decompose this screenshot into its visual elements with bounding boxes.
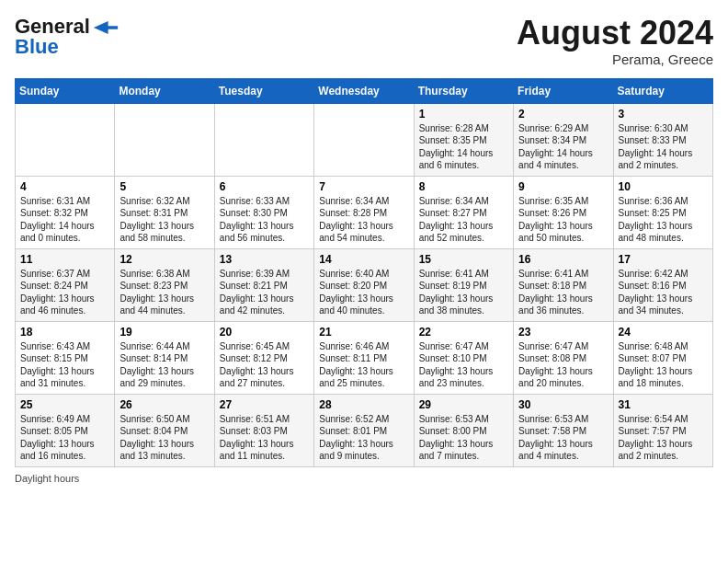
day-number: 3 xyxy=(619,108,708,121)
cell-text: Sunrise: 6:50 AM Sunset: 8:04 PM Dayligh… xyxy=(119,413,209,463)
day-number: 30 xyxy=(518,398,608,411)
cell-text: Sunrise: 6:46 AM Sunset: 8:11 PM Dayligh… xyxy=(319,340,408,390)
cell-text: Sunrise: 6:34 AM Sunset: 8:27 PM Dayligh… xyxy=(419,195,508,245)
calendar-cell: 17Sunrise: 6:42 AM Sunset: 8:16 PM Dayli… xyxy=(613,248,712,321)
day-number: 16 xyxy=(518,253,608,266)
day-number: 25 xyxy=(20,398,109,411)
day-number: 22 xyxy=(419,326,508,339)
calendar-cell: 6Sunrise: 6:33 AM Sunset: 8:30 PM Daylig… xyxy=(214,176,313,248)
cell-text: Sunrise: 6:42 AM Sunset: 8:16 PM Dayligh… xyxy=(619,268,708,317)
cell-text: Sunrise: 6:44 AM Sunset: 8:14 PM Dayligh… xyxy=(119,340,209,390)
day-number: 26 xyxy=(119,398,209,411)
location-subtitle: Perama, Greece xyxy=(517,52,713,67)
day-number: 11 xyxy=(20,253,109,266)
svg-marker-0 xyxy=(94,21,118,34)
cell-text: Sunrise: 6:53 AM Sunset: 7:58 PM Dayligh… xyxy=(518,413,608,463)
calendar-cell: 11Sunrise: 6:37 AM Sunset: 8:24 PM Dayli… xyxy=(16,248,115,321)
day-number: 27 xyxy=(220,398,309,411)
calendar-cell: 23Sunrise: 6:47 AM Sunset: 8:08 PM Dayli… xyxy=(514,321,613,394)
day-number: 18 xyxy=(20,326,109,339)
footer-note: Daylight hours xyxy=(15,473,713,484)
cell-text: Sunrise: 6:40 AM Sunset: 8:20 PM Dayligh… xyxy=(319,268,408,317)
calendar-cell xyxy=(115,103,214,176)
day-number: 31 xyxy=(619,398,708,411)
calendar-cell: 5Sunrise: 6:32 AM Sunset: 8:31 PM Daylig… xyxy=(115,176,214,248)
cell-text: Sunrise: 6:54 AM Sunset: 7:57 PM Dayligh… xyxy=(619,413,708,463)
cell-text: Sunrise: 6:47 AM Sunset: 8:08 PM Dayligh… xyxy=(518,340,608,390)
calendar-cell: 15Sunrise: 6:41 AM Sunset: 8:19 PM Dayli… xyxy=(414,248,513,321)
day-number: 2 xyxy=(518,108,608,121)
dow-header-thursday: Thursday xyxy=(414,78,513,103)
calendar-cell: 16Sunrise: 6:41 AM Sunset: 8:18 PM Dayli… xyxy=(514,248,613,321)
calendar-cell xyxy=(214,103,313,176)
calendar-week-row: 18Sunrise: 6:43 AM Sunset: 8:15 PM Dayli… xyxy=(16,321,713,394)
calendar-cell: 1Sunrise: 6:28 AM Sunset: 8:35 PM Daylig… xyxy=(414,103,513,176)
calendar-cell: 22Sunrise: 6:47 AM Sunset: 8:10 PM Dayli… xyxy=(414,321,513,394)
calendar-cell: 4Sunrise: 6:31 AM Sunset: 8:32 PM Daylig… xyxy=(16,176,115,248)
day-number: 10 xyxy=(619,180,708,193)
cell-text: Sunrise: 6:51 AM Sunset: 8:03 PM Dayligh… xyxy=(220,413,309,463)
calendar-cell: 10Sunrise: 6:36 AM Sunset: 8:25 PM Dayli… xyxy=(613,176,712,248)
day-number: 21 xyxy=(319,326,408,339)
calendar-cell: 18Sunrise: 6:43 AM Sunset: 8:15 PM Dayli… xyxy=(16,321,115,394)
day-number: 19 xyxy=(119,326,209,339)
calendar-cell: 12Sunrise: 6:38 AM Sunset: 8:23 PM Dayli… xyxy=(115,248,214,321)
cell-text: Sunrise: 6:43 AM Sunset: 8:15 PM Dayligh… xyxy=(20,340,109,390)
cell-text: Sunrise: 6:33 AM Sunset: 8:30 PM Dayligh… xyxy=(220,195,309,245)
day-number: 29 xyxy=(419,398,508,411)
day-number: 28 xyxy=(319,398,408,411)
calendar-cell: 13Sunrise: 6:39 AM Sunset: 8:21 PM Dayli… xyxy=(214,248,313,321)
day-number: 14 xyxy=(319,253,408,266)
logo: General Blue xyxy=(15,15,119,59)
calendar-cell xyxy=(16,103,115,176)
page-header: General Blue August 2024 Perama, Greece xyxy=(15,15,713,67)
day-number: 8 xyxy=(419,180,508,193)
daylight-hours-label: Daylight hours xyxy=(15,473,79,484)
dow-header-friday: Friday xyxy=(514,78,613,103)
cell-text: Sunrise: 6:52 AM Sunset: 8:01 PM Dayligh… xyxy=(319,413,408,463)
day-number: 15 xyxy=(419,253,508,266)
day-number: 17 xyxy=(619,253,708,266)
calendar-week-row: 1Sunrise: 6:28 AM Sunset: 8:35 PM Daylig… xyxy=(16,103,713,176)
calendar-cell: 30Sunrise: 6:53 AM Sunset: 7:58 PM Dayli… xyxy=(514,394,613,466)
dow-header-monday: Monday xyxy=(115,78,214,103)
day-number: 1 xyxy=(419,108,508,121)
calendar-cell: 9Sunrise: 6:35 AM Sunset: 8:26 PM Daylig… xyxy=(514,176,613,248)
cell-text: Sunrise: 6:45 AM Sunset: 8:12 PM Dayligh… xyxy=(220,340,309,390)
calendar-cell: 14Sunrise: 6:40 AM Sunset: 8:20 PM Dayli… xyxy=(314,248,414,321)
day-number: 12 xyxy=(119,253,209,266)
calendar-week-row: 11Sunrise: 6:37 AM Sunset: 8:24 PM Dayli… xyxy=(16,248,713,321)
cell-text: Sunrise: 6:39 AM Sunset: 8:21 PM Dayligh… xyxy=(220,268,309,317)
day-number: 23 xyxy=(518,326,608,339)
calendar-cell: 24Sunrise: 6:48 AM Sunset: 8:07 PM Dayli… xyxy=(613,321,712,394)
calendar-cell: 29Sunrise: 6:53 AM Sunset: 8:00 PM Dayli… xyxy=(414,394,513,466)
cell-text: Sunrise: 6:41 AM Sunset: 8:19 PM Dayligh… xyxy=(419,268,508,317)
day-number: 5 xyxy=(119,180,209,193)
calendar-cell: 19Sunrise: 6:44 AM Sunset: 8:14 PM Dayli… xyxy=(115,321,214,394)
calendar-cell xyxy=(314,103,414,176)
calendar-cell: 2Sunrise: 6:29 AM Sunset: 8:34 PM Daylig… xyxy=(514,103,613,176)
cell-text: Sunrise: 6:34 AM Sunset: 8:28 PM Dayligh… xyxy=(319,195,408,245)
calendar-table: SundayMondayTuesdayWednesdayThursdayFrid… xyxy=(15,78,713,467)
month-year-title: August 2024 xyxy=(517,15,713,52)
calendar-cell: 31Sunrise: 6:54 AM Sunset: 7:57 PM Dayli… xyxy=(613,394,712,466)
calendar-cell: 28Sunrise: 6:52 AM Sunset: 8:01 PM Dayli… xyxy=(314,394,414,466)
cell-text: Sunrise: 6:35 AM Sunset: 8:26 PM Dayligh… xyxy=(518,195,608,245)
calendar-week-row: 4Sunrise: 6:31 AM Sunset: 8:32 PM Daylig… xyxy=(16,176,713,248)
cell-text: Sunrise: 6:49 AM Sunset: 8:05 PM Dayligh… xyxy=(20,413,109,463)
dow-header-saturday: Saturday xyxy=(613,78,712,103)
calendar-cell: 3Sunrise: 6:30 AM Sunset: 8:33 PM Daylig… xyxy=(613,103,712,176)
day-number: 20 xyxy=(220,326,309,339)
cell-text: Sunrise: 6:37 AM Sunset: 8:24 PM Dayligh… xyxy=(20,268,109,317)
day-number: 9 xyxy=(518,180,608,193)
calendar-cell: 20Sunrise: 6:45 AM Sunset: 8:12 PM Dayli… xyxy=(214,321,313,394)
day-number: 13 xyxy=(220,253,309,266)
calendar-cell: 27Sunrise: 6:51 AM Sunset: 8:03 PM Dayli… xyxy=(214,394,313,466)
calendar-cell: 26Sunrise: 6:50 AM Sunset: 8:04 PM Dayli… xyxy=(115,394,214,466)
calendar-cell: 25Sunrise: 6:49 AM Sunset: 8:05 PM Dayli… xyxy=(16,394,115,466)
title-section: August 2024 Perama, Greece xyxy=(517,15,713,67)
cell-text: Sunrise: 6:32 AM Sunset: 8:31 PM Dayligh… xyxy=(119,195,209,245)
calendar-cell: 7Sunrise: 6:34 AM Sunset: 8:28 PM Daylig… xyxy=(314,176,414,248)
calendar-week-row: 25Sunrise: 6:49 AM Sunset: 8:05 PM Dayli… xyxy=(16,394,713,466)
logo-blue: Blue xyxy=(15,35,59,59)
